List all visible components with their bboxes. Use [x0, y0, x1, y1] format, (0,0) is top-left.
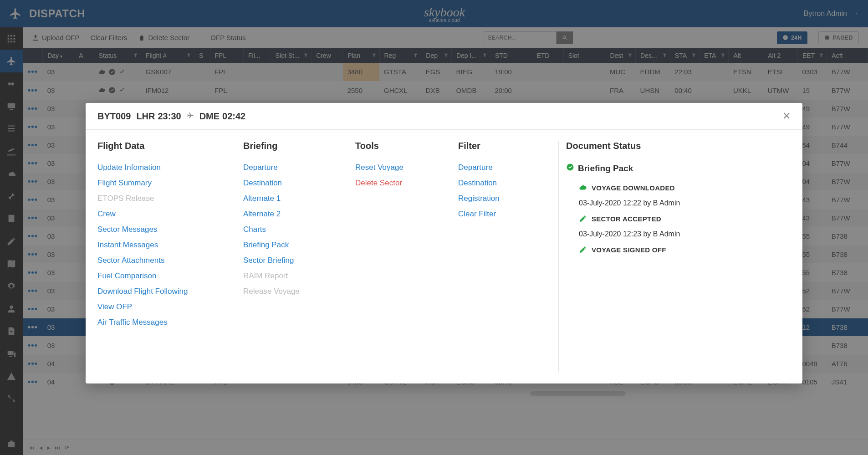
briefing-pack-label: Briefing Pack: [578, 164, 633, 174]
briefing-link[interactable]: Charts: [243, 225, 332, 234]
flight-data-link[interactable]: Sector Attachments: [97, 256, 220, 265]
doc-status-line: VOYAGE DOWNLOADED: [566, 184, 791, 192]
doc-timestamp: 03-July-2020 12:23 by B Admin: [566, 230, 791, 238]
modal-dep-time: 23:30: [158, 111, 181, 122]
briefing-link: Release Voyage: [243, 287, 332, 296]
flight-data-link[interactable]: Update Infomation: [97, 163, 220, 172]
flight-data-link[interactable]: Sector Messages: [97, 225, 220, 234]
flight-data-link[interactable]: View OFP: [97, 302, 220, 312]
section-title-doc-status: Document Status: [566, 141, 791, 151]
filter-link[interactable]: Departure: [458, 163, 536, 172]
briefing-link[interactable]: Departure: [243, 163, 332, 172]
flight-data-link[interactable]: Crew: [97, 210, 220, 219]
flight-data-link[interactable]: Download Flight Following: [97, 287, 220, 296]
briefing-link[interactable]: Alternate 1: [243, 194, 332, 203]
airplane-icon: [187, 111, 194, 122]
section-title-tools: Tools: [355, 141, 435, 151]
pencil-icon: [579, 215, 587, 223]
flight-data-link[interactable]: Fuel Comparison: [97, 271, 220, 281]
doc-timestamp: 03-July-2020 12:22 by B Admin: [566, 199, 791, 207]
close-icon[interactable]: ✕: [782, 110, 791, 122]
flight-data-link[interactable]: Flight Summary: [97, 179, 220, 188]
briefing-link[interactable]: Briefing Pack: [243, 240, 332, 250]
flight-data-link: ETOPS Release: [97, 194, 220, 203]
pencil-icon: [579, 245, 587, 254]
section-title-briefing: Briefing: [243, 141, 332, 151]
flight-data-link[interactable]: Air Traffic Messages: [97, 318, 220, 327]
section-title-flight-data: Flight Data: [97, 141, 220, 151]
doc-status-line: SECTOR ACCEPTED: [566, 215, 791, 223]
briefing-link: RAIM Report: [243, 271, 332, 281]
modal-flight-no: BYT009: [97, 111, 131, 122]
filter-link[interactable]: Registration: [458, 194, 536, 203]
check-circle-icon: [566, 163, 574, 174]
flight-data-link[interactable]: Instant Messages: [97, 240, 220, 250]
briefing-link[interactable]: Sector Briefing: [243, 256, 332, 265]
modal-arr-code: DME: [199, 111, 220, 122]
tools-link[interactable]: Reset Voyage: [355, 163, 435, 172]
filter-link[interactable]: Destination: [458, 179, 536, 188]
briefing-link[interactable]: Destination: [243, 179, 332, 188]
modal-arr-time: 02:42: [222, 111, 245, 122]
modal-dep-code: LHR: [136, 111, 155, 122]
section-title-filter: Filter: [458, 141, 536, 151]
doc-status-line: VOYAGE SIGNED OFF: [566, 245, 791, 254]
briefing-link[interactable]: Alternate 2: [243, 210, 332, 219]
cloud-download-icon: [579, 184, 587, 192]
filter-link[interactable]: Clear Filter: [458, 210, 536, 219]
flight-detail-modal: BYT009 LHR 23:30 DME 02:42 ✕ Flight Data…: [86, 103, 802, 383]
tools-link[interactable]: Delete Sector: [355, 179, 435, 188]
